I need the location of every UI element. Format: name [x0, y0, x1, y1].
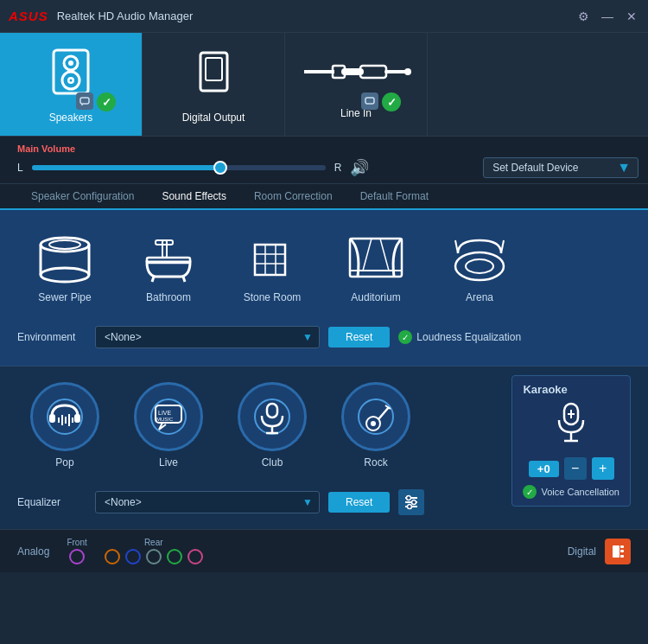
- svg-rect-40: [74, 414, 80, 423]
- voice-cancellation[interactable]: ✓ Voice Cancellation: [523, 485, 619, 499]
- svg-rect-73: [620, 550, 624, 552]
- speakers-status: ✓: [76, 92, 116, 112]
- equalizer-select[interactable]: <None> Pop Live Club Rock: [95, 491, 320, 513]
- main-content: Sewer Pipe Ba: [0, 210, 648, 529]
- svg-point-34: [455, 252, 504, 280]
- env-item-sewer-pipe[interactable]: Sewer Pipe: [17, 227, 112, 303]
- bubble-icon: [76, 92, 93, 110]
- svg-text:LIVE: LIVE: [158, 410, 172, 416]
- app-title: Realtek HD Audio Manager: [57, 10, 575, 22]
- digital-port-icon[interactable]: [605, 539, 631, 564]
- svg-rect-22: [147, 258, 190, 263]
- digital-output-device[interactable]: Digital Output: [143, 33, 285, 136]
- line-in-bubble-icon: [361, 92, 378, 110]
- rear-port-orange[interactable]: [105, 549, 120, 564]
- karaoke-minus-button[interactable]: −: [564, 457, 587, 480]
- svg-rect-13: [360, 66, 386, 78]
- eq-item-pop[interactable]: Pop: [17, 382, 112, 469]
- environment-select-wrapper: <None> Sewer Pipe Bathroom Stone Room Au…: [95, 326, 320, 348]
- rear-port-blue[interactable]: [125, 549, 141, 564]
- eq-item-rock[interactable]: Rock: [328, 382, 423, 469]
- svg-rect-39: [49, 414, 55, 423]
- loudness-label: Loudness Equalization: [416, 331, 521, 343]
- auditorium-icon: [341, 227, 410, 288]
- svg-point-2: [68, 61, 73, 66]
- equalizer-settings-button[interactable]: [398, 489, 424, 515]
- environment-reset-button[interactable]: Reset: [328, 327, 390, 348]
- auditorium-label: Auditorium: [351, 291, 400, 303]
- environment-select[interactable]: <None> Sewer Pipe Bathroom Stone Room Au…: [95, 326, 320, 348]
- digital-section: Digital: [568, 539, 631, 564]
- line-in-check-icon: ✓: [382, 92, 401, 112]
- karaoke-title: Karaoke: [523, 383, 567, 396]
- svg-rect-9: [206, 58, 222, 80]
- loudness-equalization[interactable]: ✓ Loudness Equalization: [398, 330, 521, 344]
- environment-icons-row: Sewer Pipe Ba: [17, 219, 631, 312]
- line-in-device[interactable]: ✓ Line In: [285, 33, 428, 136]
- volume-area: Main Volume L R 🔊 Set Default Device Spe…: [0, 137, 648, 184]
- title-bar: ASUS Realtek HD Audio Manager ⚙ — ✕: [0, 0, 648, 33]
- stone-room-icon: [238, 227, 307, 288]
- loudness-check-icon: ✓: [398, 330, 412, 344]
- rear-port-gray[interactable]: [146, 549, 162, 564]
- live-label: Live: [159, 456, 178, 469]
- svg-line-37: [501, 240, 504, 253]
- eq-item-club[interactable]: Club: [225, 382, 320, 469]
- volume-label: Main Volume: [17, 143, 631, 154]
- speakers-label: Speakers: [49, 112, 93, 124]
- sewer-pipe-label: Sewer Pipe: [38, 291, 91, 303]
- rock-icon: [341, 382, 410, 451]
- eq-row-wrap: Pop LIVE MUSIC: [17, 375, 631, 520]
- bathroom-icon: [134, 227, 203, 288]
- digital-output-label: Digital Output: [182, 112, 245, 124]
- equalizer-label: Equalizer: [17, 496, 86, 508]
- pop-icon: [30, 382, 99, 451]
- svg-text:MUSIC: MUSIC: [156, 417, 174, 422]
- volume-right-label: R: [334, 162, 342, 174]
- club-icon: [238, 382, 307, 451]
- equalizer-section: Pop LIVE MUSIC: [0, 366, 648, 529]
- tab-default-format[interactable]: Default Format: [346, 184, 442, 210]
- digital-label: Digital: [568, 545, 596, 558]
- front-port-purple[interactable]: [69, 549, 85, 564]
- svg-point-21: [49, 240, 80, 249]
- environment-section: Sewer Pipe Ba: [0, 210, 648, 366]
- karaoke-box: Karaoke +0 − +: [511, 375, 631, 507]
- env-item-arena[interactable]: Arena: [432, 227, 527, 303]
- env-item-bathroom[interactable]: Bathroom: [121, 227, 216, 303]
- tab-room-correction[interactable]: Room Correction: [240, 184, 346, 210]
- env-item-auditorium[interactable]: Auditorium: [328, 227, 423, 303]
- tab-sound-effects[interactable]: Sound Effects: [148, 184, 240, 210]
- svg-point-58: [371, 421, 376, 426]
- stone-room-label: Stone Room: [244, 291, 302, 303]
- device-area: ✓ Speakers Digital Output: [0, 33, 648, 137]
- svg-line-36: [455, 240, 458, 253]
- asus-logo: ASUS: [9, 9, 48, 23]
- env-item-stone-room[interactable]: Stone Room: [225, 227, 320, 303]
- settings-icon[interactable]: ⚙: [575, 10, 591, 23]
- tab-speaker-configuration[interactable]: Speaker Configuration: [17, 184, 148, 210]
- close-button[interactable]: ✕: [624, 10, 639, 23]
- svg-point-15: [404, 68, 411, 75]
- check-icon: ✓: [97, 92, 116, 112]
- digital-output-icon: [190, 46, 238, 108]
- karaoke-value: +0: [529, 461, 559, 477]
- arena-label: Arena: [466, 291, 493, 303]
- minimize-button[interactable]: —: [600, 10, 615, 23]
- svg-point-64: [408, 505, 412, 509]
- svg-line-25: [152, 277, 154, 282]
- pop-label: Pop: [55, 456, 73, 469]
- volume-thumb[interactable]: [213, 161, 227, 175]
- volume-slider[interactable]: [32, 165, 326, 170]
- karaoke-plus-button[interactable]: +: [592, 457, 614, 480]
- eq-item-live[interactable]: LIVE MUSIC Live: [121, 382, 216, 469]
- karaoke-controls: +0 − +: [529, 457, 614, 480]
- equalizer-reset-button[interactable]: Reset: [328, 492, 390, 513]
- line-in-status: ✓: [361, 92, 401, 112]
- svg-rect-27: [255, 245, 285, 275]
- speakers-device[interactable]: ✓ Speakers: [0, 33, 143, 136]
- rear-port-pink[interactable]: [187, 549, 203, 564]
- equalizer-controls: Equalizer <None> Pop Live Club Rock ▼ Re…: [17, 484, 503, 520]
- default-device-select[interactable]: Set Default Device Speakers Digital Outp…: [483, 157, 638, 178]
- rear-port-green[interactable]: [167, 549, 182, 564]
